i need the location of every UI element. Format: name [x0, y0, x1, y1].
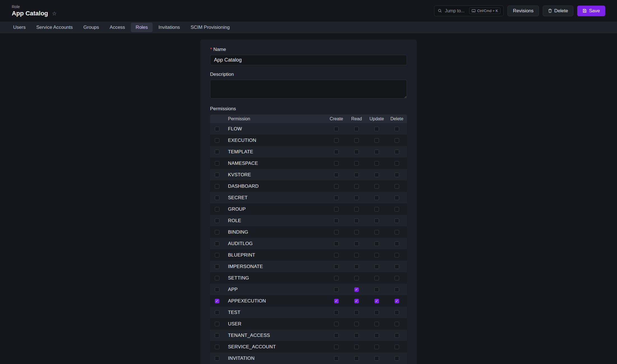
row-select-checkbox[interactable]: ✓	[215, 299, 219, 303]
update-checkbox[interactable]	[374, 345, 379, 349]
tab-access[interactable]: Access	[105, 23, 130, 32]
update-checkbox[interactable]	[374, 264, 379, 269]
delete-checkbox[interactable]	[395, 161, 399, 166]
save-button[interactable]: Save	[577, 6, 605, 16]
row-select-checkbox[interactable]	[215, 287, 219, 292]
read-checkbox[interactable]	[354, 345, 359, 349]
create-checkbox[interactable]	[334, 184, 339, 189]
update-checkbox[interactable]	[374, 241, 379, 246]
create-checkbox[interactable]	[334, 173, 339, 177]
read-checkbox[interactable]	[354, 333, 359, 338]
row-select-checkbox[interactable]	[215, 310, 219, 315]
read-checkbox[interactable]	[354, 219, 359, 223]
create-checkbox[interactable]	[334, 287, 339, 292]
update-checkbox[interactable]	[374, 150, 379, 154]
read-checkbox[interactable]	[354, 253, 359, 257]
read-checkbox[interactable]	[354, 276, 359, 280]
delete-checkbox[interactable]	[395, 345, 399, 349]
tab-scim-provisioning[interactable]: SCIM Provisioning	[186, 23, 234, 32]
update-checkbox[interactable]	[374, 276, 379, 280]
delete-checkbox[interactable]: ✓	[395, 299, 399, 303]
update-checkbox[interactable]: ✓	[374, 299, 379, 303]
tab-groups[interactable]: Groups	[79, 23, 104, 32]
update-checkbox[interactable]	[374, 207, 379, 212]
create-checkbox[interactable]	[334, 333, 339, 338]
update-checkbox[interactable]	[374, 287, 379, 292]
update-checkbox[interactable]	[374, 356, 379, 361]
update-checkbox[interactable]	[374, 310, 379, 315]
read-checkbox[interactable]	[354, 241, 359, 246]
row-select-checkbox[interactable]	[215, 356, 219, 361]
delete-checkbox[interactable]	[395, 322, 399, 326]
row-select-checkbox[interactable]	[215, 196, 219, 200]
row-select-checkbox[interactable]	[215, 345, 219, 349]
update-checkbox[interactable]	[374, 173, 379, 177]
read-checkbox[interactable]	[354, 264, 359, 269]
delete-checkbox[interactable]	[395, 127, 399, 131]
delete-checkbox[interactable]	[395, 150, 399, 154]
row-select-checkbox[interactable]	[215, 276, 219, 280]
update-checkbox[interactable]	[374, 161, 379, 166]
update-checkbox[interactable]	[374, 333, 379, 338]
delete-checkbox[interactable]	[395, 264, 399, 269]
row-select-checkbox[interactable]	[215, 241, 219, 246]
update-checkbox[interactable]	[374, 184, 379, 189]
read-checkbox[interactable]: ✓	[354, 299, 359, 303]
update-checkbox[interactable]	[374, 196, 379, 200]
delete-checkbox[interactable]	[395, 138, 399, 143]
create-checkbox[interactable]	[334, 345, 339, 349]
read-checkbox[interactable]	[354, 127, 359, 131]
read-checkbox[interactable]	[354, 184, 359, 189]
read-checkbox[interactable]: ✓	[354, 287, 359, 292]
read-checkbox[interactable]	[354, 173, 359, 177]
delete-checkbox[interactable]	[395, 196, 399, 200]
create-checkbox[interactable]	[334, 264, 339, 269]
delete-checkbox[interactable]	[395, 207, 399, 212]
create-checkbox[interactable]	[334, 356, 339, 361]
update-checkbox[interactable]	[374, 230, 379, 234]
read-checkbox[interactable]	[354, 161, 359, 166]
update-checkbox[interactable]	[374, 253, 379, 257]
create-checkbox[interactable]	[334, 230, 339, 234]
update-checkbox[interactable]	[374, 138, 379, 143]
delete-checkbox[interactable]	[395, 356, 399, 361]
row-select-checkbox[interactable]	[215, 264, 219, 269]
tab-users[interactable]: Users	[8, 23, 30, 32]
row-select-checkbox[interactable]	[215, 230, 219, 234]
delete-button[interactable]: Delete	[543, 6, 573, 16]
read-checkbox[interactable]	[354, 356, 359, 361]
delete-checkbox[interactable]	[395, 241, 399, 246]
read-checkbox[interactable]	[354, 230, 359, 234]
row-select-checkbox[interactable]	[215, 138, 219, 143]
tab-invitations[interactable]: Invitations	[154, 23, 185, 32]
delete-checkbox[interactable]	[395, 219, 399, 223]
revisions-button[interactable]: Revisions	[507, 6, 539, 16]
row-select-checkbox[interactable]	[215, 219, 219, 223]
row-select-checkbox[interactable]	[215, 207, 219, 212]
create-checkbox[interactable]	[334, 322, 339, 326]
tab-roles[interactable]: Roles	[131, 23, 152, 32]
delete-checkbox[interactable]	[395, 333, 399, 338]
read-checkbox[interactable]	[354, 207, 359, 212]
create-checkbox[interactable]	[334, 127, 339, 131]
row-select-checkbox[interactable]	[215, 161, 219, 166]
update-checkbox[interactable]	[374, 322, 379, 326]
create-checkbox[interactable]	[334, 207, 339, 212]
update-checkbox[interactable]	[374, 127, 379, 131]
delete-checkbox[interactable]	[395, 184, 399, 189]
create-checkbox[interactable]	[334, 150, 339, 154]
row-select-checkbox[interactable]	[215, 173, 219, 177]
read-checkbox[interactable]	[354, 138, 359, 143]
row-select-checkbox[interactable]	[215, 184, 219, 189]
row-select-checkbox[interactable]	[215, 333, 219, 338]
create-checkbox[interactable]	[334, 196, 339, 200]
delete-checkbox[interactable]	[395, 287, 399, 292]
create-checkbox[interactable]	[334, 219, 339, 223]
read-checkbox[interactable]	[354, 150, 359, 154]
create-checkbox[interactable]	[334, 241, 339, 246]
read-checkbox[interactable]	[354, 196, 359, 200]
description-textarea[interactable]	[210, 80, 407, 98]
jump-to-search[interactable]: Jump to... Ctrl/Cmd + K	[434, 6, 504, 16]
create-checkbox[interactable]	[334, 138, 339, 143]
favorite-star-icon[interactable]: ☆	[52, 11, 57, 16]
